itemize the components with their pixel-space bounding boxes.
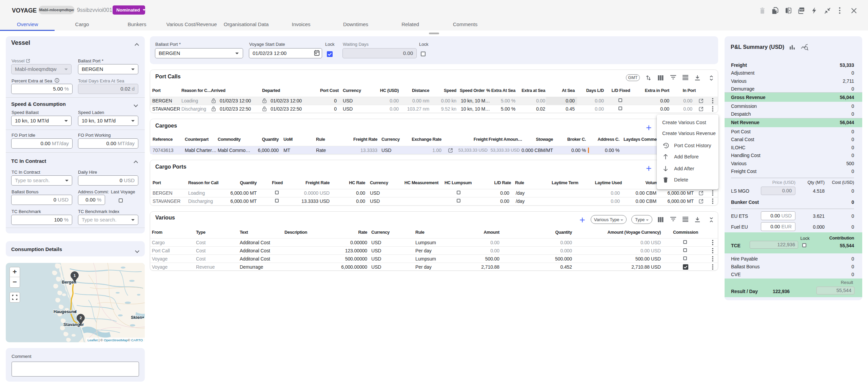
svg-text:PDF: PDF [800,8,804,11]
svg-text:Haugesund: Haugesund [54,309,77,314]
svg-text:1: 1 [74,273,76,278]
svg-text:Leaflet | © OpenStreetMap© CAR: Leaflet | © OpenStreetMap© CARTO [87,338,143,342]
svg-text:2: 2 [80,316,82,321]
svg-text:Skien: Skien [131,315,142,320]
